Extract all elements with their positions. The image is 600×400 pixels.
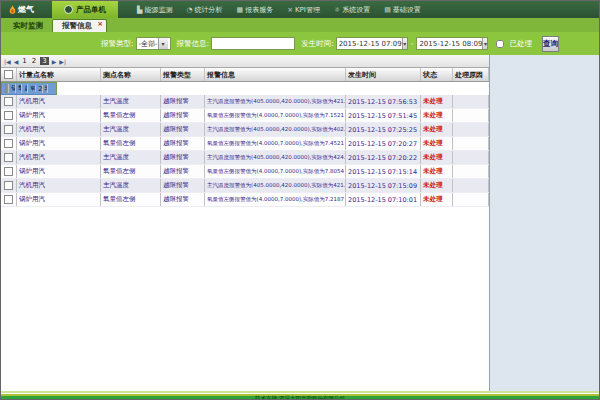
footer: 技术支持:源深太阳光能股份有限公司 — [1, 391, 599, 400]
row-checkbox[interactable] — [1, 123, 17, 136]
pagination-bar: |◀ ◀ 123 ▶ ▶| — [1, 55, 489, 68]
page-numbers: 123 — [21, 57, 48, 65]
menubar: 燃气 产品单机 ▙能源监测◔统计分析▦报表服务×KPI管理☼系统设置▤基础设置 — [1, 1, 599, 18]
col-status[interactable]: 状态 — [421, 68, 453, 81]
tab-alarm-info-label: 报警信息 — [62, 21, 92, 30]
last-page-button[interactable]: ▶| — [59, 58, 66, 65]
alarm-type-value: -全部- — [139, 39, 158, 49]
col-alarm-type[interactable]: 报警类型 — [161, 68, 205, 81]
product-button[interactable]: 产品单机 — [52, 1, 118, 18]
time-from-value: 2015-12-15 07:09 — [339, 40, 402, 48]
cell-status: 未处理 — [421, 193, 453, 206]
cell-metering-point: 锅炉用汽 — [17, 109, 101, 122]
menu-item-stats-analysis[interactable]: ◔统计分析 — [181, 5, 227, 15]
flame-icon — [9, 5, 16, 14]
row-checkbox[interactable] — [1, 179, 17, 192]
cell-status: 未处理 — [421, 151, 453, 164]
menu-item-system-settings[interactable]: ☼系统设置 — [329, 5, 375, 15]
row-checkbox[interactable] — [1, 151, 17, 164]
cell-status: 未处理 — [421, 137, 453, 150]
col-point-name[interactable]: 测点名称 — [101, 68, 161, 81]
table-row[interactable]: 汽机用汽主汽温度越限报警主汽温度报警值为(405.0000,420.0000),… — [1, 95, 489, 109]
cell-metering-point: 汽机用汽 — [17, 179, 101, 192]
prev-page-button[interactable]: ◀ — [14, 58, 19, 65]
cell-status: 未处理 — [421, 109, 453, 122]
select-all-checkbox[interactable] — [1, 68, 17, 81]
menu-item-basic-settings[interactable]: ▤基础设置 — [379, 5, 426, 15]
alarm-type-select[interactable]: -全部- ▾ — [136, 37, 171, 50]
cell-point-name: 氧量值左侧 — [101, 109, 161, 122]
next-page-button[interactable]: ▶ — [52, 58, 57, 65]
col-alarm-message[interactable]: 报警信息 — [205, 68, 346, 81]
chevron-down-icon[interactable]: ▾ — [158, 38, 168, 49]
time-to-picker[interactable]: 2015-12-15 08:09 ▾ — [416, 37, 488, 50]
col-handle-reason[interactable]: 处理原因 — [453, 68, 489, 81]
cell-time: 2015-12-15 07:15:09 — [346, 179, 421, 192]
cell-alarm-type: 越限报警 — [161, 151, 205, 164]
cell-metering-point: 锅炉用汽 — [17, 165, 101, 178]
row-checkbox[interactable] — [1, 137, 17, 150]
table-row[interactable]: 汽机用汽主汽温度越限报警主汽温度报警值为(405.0000,420.0000),… — [1, 179, 489, 193]
row-checkbox[interactable] — [1, 165, 17, 178]
menu-item-energy-monitor[interactable]: ▙能源监测 — [132, 5, 177, 15]
table-row[interactable]: 锅炉用汽氧量值左侧越限报警氧量值左侧报警值为(4.0000,7.0000),实际… — [1, 109, 489, 123]
menu-item-label: 基础设置 — [393, 5, 421, 15]
menu-item-label: 报表服务 — [245, 5, 273, 15]
menu-item-kpi-management[interactable]: ×KPI管理 — [282, 5, 325, 15]
time-to-value: 2015-12-15 08:09 — [419, 40, 482, 48]
cell-message: 氧量值左侧报警值为(4.0000,7.0000),实际值为7.4521 — [205, 137, 346, 150]
app-logo-text: 燃气 — [18, 4, 34, 15]
table-row[interactable]: 锅炉用汽氧量值左侧越限报警氧量值左侧报警值为(4.0000,7.0000),实际… — [1, 193, 489, 207]
alarm-info-label: 报警信息: — [177, 39, 210, 49]
cell-point-name: 主汽温度 — [101, 179, 161, 192]
cell-message: 氧量值左侧报警值为(4.0000,7.0000),实际值为7.8054 — [205, 165, 346, 178]
cell-reason — [453, 109, 489, 122]
table-row[interactable]: 汽机用汽主汽温度越限报警主汽温度报警值为(405.0000,420.0000),… — [1, 123, 489, 137]
query-button[interactable]: 查询 — [542, 36, 559, 52]
col-occur-time[interactable]: 发生时间 — [346, 68, 421, 81]
row-checkbox[interactable] — [1, 95, 17, 108]
tab-realtime-monitor[interactable]: 实时监测 — [4, 20, 52, 32]
time-from-picker[interactable]: 2015-12-15 07:09 ▾ — [336, 37, 408, 50]
row-checkbox[interactable] — [1, 109, 17, 122]
page-number-2[interactable]: 2 — [31, 57, 37, 65]
cell-metering-point: 锅炉用汽 — [17, 137, 101, 150]
chevron-down-icon[interactable]: ▾ — [482, 38, 487, 49]
cell-time: 2015-12-15 07:51:45 — [346, 109, 421, 122]
first-page-button[interactable]: |◀ — [4, 58, 11, 65]
menu-item-report-service[interactable]: ▦报表服务 — [232, 5, 279, 15]
cell-metering-point: 汽机用汽 — [17, 95, 101, 108]
menu-item-label: 能源监测 — [144, 5, 172, 15]
cell-alarm-type: 越限报警 — [161, 179, 205, 192]
cell-metering-point: 汽机用汽 — [17, 123, 101, 136]
table-row[interactable]: 锅炉用汽氧量值左侧越限报警氧量值左侧报警值为(4.0000,7.0000),实际… — [1, 165, 489, 179]
basic-settings-icon: ▤ — [384, 6, 391, 14]
cell-alarm-type: 越限报警 — [161, 109, 205, 122]
cell-reason — [453, 95, 489, 108]
cell-reason — [453, 151, 489, 164]
tab-bar: 实时监测 报警信息 × — [1, 18, 599, 32]
page-number-3[interactable]: 3 — [40, 57, 48, 65]
table-header: 计量点名称 测点名称 报警类型 报警信息 发生时间 状态 处理原因 — [1, 68, 489, 82]
footer-text: 技术支持:源深太阳光能股份有限公司 — [1, 396, 599, 400]
col-metering-point[interactable]: 计量点名称 — [17, 68, 101, 81]
cell-message: 主汽温度报警值为(405.0000,420.0000),实际值为402.5296 — [205, 123, 346, 136]
alarm-info-input[interactable] — [211, 37, 295, 50]
chevron-down-icon[interactable]: ▾ — [402, 38, 407, 49]
row-checkbox[interactable] — [1, 193, 17, 206]
cell-point-name: 主汽温度 — [101, 151, 161, 164]
right-side-panel — [489, 55, 599, 391]
cell-alarm-type: 越限报警 — [161, 193, 205, 206]
page-number-1[interactable]: 1 — [21, 57, 27, 65]
cell-message: 氧量值左侧报警值为(4.0000,7.0000),实际值为7.1521 — [205, 109, 346, 122]
table-row[interactable]: 锅炉用汽氧量值左侧越限报警氧量值左侧报警值为(4.0000,7.0000),实际… — [1, 82, 57, 95]
cell-time: 2015-12-15 07:20:22 — [346, 151, 421, 164]
tab-close-icon[interactable]: × — [97, 20, 103, 28]
table-row[interactable]: 锅炉用汽氧量值左侧越限报警氧量值左侧报警值为(4.0000,7.0000),实际… — [1, 137, 489, 151]
table-row[interactable]: 汽机用汽主汽温度越限报警主汽温度报警值为(405.0000,420.0000),… — [1, 151, 489, 165]
tab-alarm-info[interactable]: 报警信息 × — [52, 19, 107, 32]
cell-metering-point: 汽机用汽 — [17, 151, 101, 164]
cell-point-name: 氧量值左侧 — [101, 193, 161, 206]
cell-message: 主汽温度报警值为(405.0000,420.0000),实际值为424.4460 — [205, 151, 346, 164]
processed-checkbox[interactable] — [496, 40, 504, 48]
